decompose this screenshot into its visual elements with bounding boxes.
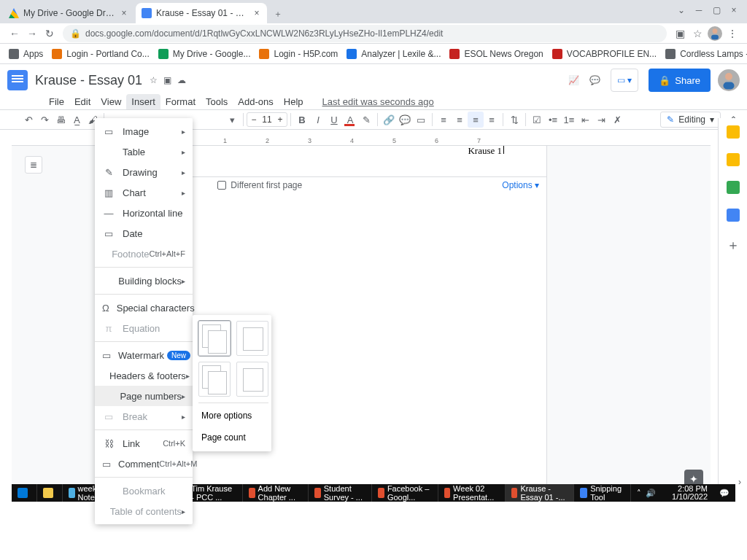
menu-item-drawing[interactable]: ✎Drawing▸	[95, 162, 193, 182]
align-right[interactable]: ≡	[468, 112, 484, 128]
back-button[interactable]: ←	[6, 25, 23, 42]
pn-page-count[interactable]: Page count	[198, 429, 268, 446]
taskbar-item[interactable]: Week 02 Presentat...	[438, 484, 506, 502]
maximize-icon[interactable]: ▢	[708, 3, 725, 18]
cloud-icon[interactable]: ☁	[177, 75, 186, 85]
taskbar-item[interactable]: Student Survey - ...	[309, 484, 372, 502]
menu-item-date[interactable]: ▭Date	[95, 223, 193, 244]
align-left[interactable]: ≡	[436, 112, 452, 128]
menu-help[interactable]: Help	[279, 94, 309, 109]
align-justify[interactable]: ≡	[484, 112, 500, 128]
last-edit-link[interactable]: Last edit was seconds ago	[317, 94, 439, 109]
profile-avatar[interactable]	[706, 25, 724, 42]
calendar-icon[interactable]	[727, 125, 740, 139]
bookmark-item[interactable]: Login - H5P.com	[255, 49, 342, 59]
forward-button[interactable]: →	[23, 25, 41, 42]
star-icon[interactable]: ☆	[150, 75, 158, 85]
bulleted-list[interactable]: •≡	[545, 112, 561, 128]
increase-font[interactable]: +	[274, 114, 287, 125]
insert-link-button[interactable]: 🔗	[381, 112, 397, 128]
close-window-icon[interactable]: ×	[725, 3, 743, 18]
insert-image-button[interactable]: ▭	[413, 112, 429, 128]
numbered-list[interactable]: 1≡	[561, 112, 577, 128]
star-icon[interactable]: ☆	[689, 25, 706, 42]
menu-item-horizontal-line[interactable]: —Horizontal line	[95, 203, 193, 223]
comments-icon[interactable]: 💬	[589, 75, 600, 85]
menu-tools[interactable]: Tools	[201, 94, 233, 109]
taskbar-item[interactable]	[37, 484, 63, 502]
checklist-button[interactable]: ☑	[529, 112, 545, 128]
menu-item-special-characters[interactable]: ΩSpecial characters	[95, 298, 193, 318]
page-header-region[interactable]: Krause 1	[182, 146, 546, 177]
spellcheck-button[interactable]: A̲	[69, 112, 85, 128]
chevron-down-icon[interactable]: ⌄	[673, 3, 690, 18]
present-button[interactable]: ▭ ▾	[611, 69, 638, 92]
move-icon[interactable]: ▣	[163, 75, 171, 85]
menu-item-table[interactable]: Table▸	[95, 141, 193, 162]
mode-dropdown[interactable]: ✎Editing▾	[660, 112, 721, 128]
menu-item-building-blocks[interactable]: Building blocks▸	[95, 271, 193, 291]
bookmark-item[interactable]: VOCABPROFILE EN...	[548, 49, 661, 59]
undo-button[interactable]: ↶	[20, 112, 36, 128]
text-color-button[interactable]: A	[342, 112, 358, 128]
menu-item-watermark[interactable]: ▭WatermarkNew	[95, 345, 193, 365]
increase-indent[interactable]: ⇥	[593, 112, 609, 128]
tasks-icon[interactable]	[727, 181, 740, 194]
menu-item-image[interactable]: ▭Image▸	[95, 121, 193, 141]
taskbar-item[interactable]: Krause - Essay 01 -...	[506, 484, 574, 502]
bookmark-item[interactable]: ESOL News Oregon	[445, 49, 547, 59]
activity-icon[interactable]: 📈	[568, 75, 579, 85]
minimize-icon[interactable]: ─	[690, 3, 708, 18]
styles-dropdown[interactable]: ▾	[224, 112, 240, 128]
pn-more-options[interactable]: More options	[198, 402, 268, 424]
close-icon[interactable]: ×	[252, 9, 261, 18]
docs-logo-icon[interactable]	[7, 70, 28, 90]
share-button[interactable]: 🔒Share	[649, 69, 711, 92]
bookmark-item[interactable]: Analyzer | Lexile &...	[342, 49, 445, 59]
pn-option-footer-except-first[interactable]	[236, 362, 268, 397]
taskbar-item[interactable]: Add New Chapter ...	[243, 484, 309, 502]
font-size-stepper[interactable]: − 11 +	[247, 112, 287, 127]
italic-button[interactable]: I	[310, 112, 326, 128]
extension-icon[interactable]: ▣	[671, 25, 689, 42]
menu-item-comment[interactable]: ▭CommentCtrl+Alt+M	[95, 454, 193, 474]
bookmark-item[interactable]: My Drive - Google...	[154, 49, 255, 59]
kebab-icon[interactable]: ⋮	[724, 25, 741, 42]
header-text[interactable]: Krause 1	[468, 146, 504, 157]
menu-addons[interactable]: Add-ons	[233, 94, 278, 109]
clear-formatting[interactable]: ✗	[609, 112, 625, 128]
reload-button[interactable]: ↻	[41, 25, 58, 42]
taskbar-item[interactable]: Facebook – Googl...	[372, 484, 438, 502]
document-title[interactable]: Krause - Essay 01	[35, 73, 142, 88]
menu-insert[interactable]: Insert	[126, 94, 160, 109]
add-addon-icon[interactable]: ＋	[727, 236, 740, 249]
insert-comment-button[interactable]: 💬	[397, 112, 413, 128]
taskbar-item[interactable]	[12, 484, 37, 502]
menu-edit[interactable]: Edit	[69, 94, 96, 109]
apps-button[interactable]: Apps	[4, 49, 47, 59]
tab-drive[interactable]: My Drive - Google Drive ×	[3, 3, 134, 23]
taskbar-clock[interactable]: 2:08 PM1/10/2022	[666, 485, 713, 501]
decrease-font[interactable]: −	[247, 114, 260, 125]
pn-option-header-all[interactable]	[198, 321, 231, 356]
omnibox[interactable]: 🔒 docs.google.com/document/d/1RqtlwGyCxx…	[63, 25, 667, 42]
show-outline-button[interactable]: ≣	[25, 156, 42, 174]
align-center[interactable]: ≡	[452, 112, 468, 128]
taskbar-item[interactable]: Snipping Tool	[574, 484, 631, 502]
new-tab-button[interactable]: ＋	[268, 4, 287, 23]
bookmark-item[interactable]: Cordless Lamps - Al...	[661, 49, 747, 59]
system-tray[interactable]: ˄🔊	[631, 484, 666, 502]
menu-format[interactable]: Format	[160, 94, 201, 109]
menu-item-page-numbers[interactable]: Page numbers▸	[95, 386, 193, 406]
tab-docs[interactable]: Krause - Essay 01 - Google Docs ×	[136, 3, 267, 23]
account-avatar[interactable]	[718, 69, 740, 91]
font-size-value[interactable]: 11	[260, 114, 274, 125]
highlight-button[interactable]: ✎	[358, 112, 374, 128]
bold-button[interactable]: B	[294, 112, 310, 128]
menu-file[interactable]: File	[44, 94, 69, 109]
different-first-page-checkbox[interactable]: Different first page	[217, 180, 302, 190]
close-icon[interactable]: ×	[120, 9, 128, 18]
menu-item-headers-footers[interactable]: Headers & footers▸	[95, 365, 193, 386]
notifications-icon[interactable]: 💬	[713, 484, 735, 502]
menu-item-link[interactable]: ⛓LinkCtrl+K	[95, 433, 193, 454]
